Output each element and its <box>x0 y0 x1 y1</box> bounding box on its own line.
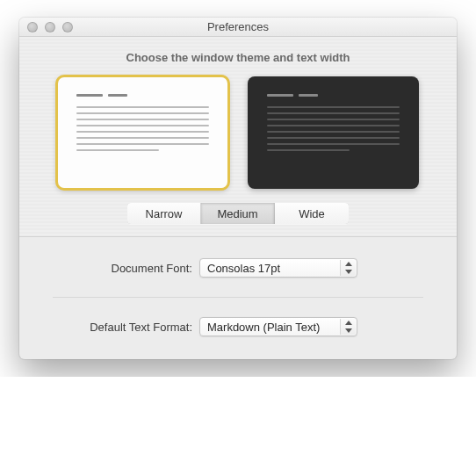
default-format-label: Default Text Format: <box>37 321 199 334</box>
default-format-value: Markdown (Plain Text) <box>207 321 320 334</box>
svg-marker-3 <box>345 328 352 333</box>
theme-section: Choose the window theme and text width <box>19 37 457 237</box>
default-format-select[interactable]: Markdown (Plain Text) <box>199 317 357 336</box>
stepper-icon <box>340 260 356 276</box>
svg-marker-2 <box>345 321 352 325</box>
minimize-icon[interactable] <box>45 22 55 32</box>
preferences-window: Preferences Choose the window theme and … <box>19 18 457 359</box>
width-narrow-button[interactable]: Narrow <box>127 203 201 224</box>
document-font-value: Consolas 17pt <box>207 262 280 275</box>
zoom-icon[interactable] <box>62 22 73 32</box>
traffic-lights <box>19 22 73 32</box>
text-preview-icon <box>76 92 209 151</box>
svg-marker-0 <box>345 262 352 266</box>
theme-header: Choose the window theme and text width <box>35 51 441 64</box>
window-title: Preferences <box>19 20 457 33</box>
form-section: Document Font: Consolas 17pt Default Tex… <box>19 237 457 359</box>
stepper-icon <box>340 319 356 335</box>
width-wide-button[interactable]: Wide <box>275 203 349 224</box>
theme-previews <box>35 76 441 189</box>
width-medium-button[interactable]: Medium <box>201 203 275 224</box>
document-font-label: Document Font: <box>37 262 199 275</box>
titlebar: Preferences <box>19 18 457 37</box>
width-segmented-control: Narrow Medium Wide <box>127 203 349 224</box>
divider <box>53 297 423 298</box>
theme-light-option[interactable] <box>57 76 228 189</box>
document-font-select[interactable]: Consolas 17pt <box>199 258 357 278</box>
close-icon[interactable] <box>27 22 38 32</box>
theme-dark-option[interactable] <box>248 76 419 189</box>
svg-marker-1 <box>345 270 352 274</box>
text-preview-icon <box>267 92 400 151</box>
